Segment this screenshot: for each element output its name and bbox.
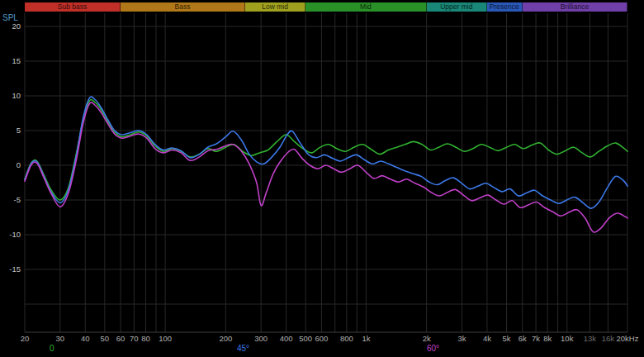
y-tick-label: -15 — [0, 264, 21, 274]
x-tick-label: 6k — [519, 334, 527, 343]
y-tick-label: 0 — [0, 160, 21, 169]
y-tick-label: 10 — [0, 91, 21, 100]
band-brilliance: Brilliance — [523, 2, 627, 12]
x-tick-label: 30 — [56, 334, 65, 343]
x-tick-label: 200 — [219, 334, 232, 343]
band-bass: Bass — [121, 2, 245, 12]
x-tick-label: 3k — [457, 334, 466, 343]
band-label: Bass — [175, 2, 191, 12]
spl-frequency-response-chart: Sub bassBassLow midMidUpper midPresenceB… — [0, 0, 644, 357]
y-tick-label: 15 — [0, 56, 21, 65]
x-tick-label: 1k — [362, 334, 370, 343]
x-tick-label: 50 — [101, 334, 110, 343]
x-tick-label: 16k — [602, 334, 614, 343]
legend-item-60deg: 60° — [427, 344, 439, 353]
y-tick-label: 5 — [0, 126, 21, 135]
band-sub-bass: Sub bass — [25, 2, 121, 12]
x-tick-label: 20 — [21, 334, 30, 343]
x-tick-label: 600 — [315, 334, 328, 343]
x-tick-label: 300 — [254, 334, 268, 343]
band-label: Presence — [490, 2, 519, 12]
band-low-mid: Low mid — [245, 2, 305, 12]
band-label: Low mid — [262, 2, 288, 12]
band-mid: Mid — [305, 2, 427, 12]
y-tick-label: -10 — [0, 230, 21, 239]
band-label: Sub bass — [58, 2, 87, 12]
x-tick-label: 70 — [130, 334, 139, 343]
plot-svg — [0, 0, 644, 357]
series-curve-0 — [25, 100, 627, 200]
x-tick-label: 100 — [159, 334, 172, 343]
x-tick-label: 4k — [483, 334, 491, 343]
x-tick-label: 10k — [561, 334, 573, 343]
legend-item-45deg: 45° — [237, 344, 249, 353]
band-label: Brilliance — [561, 2, 590, 12]
band-presence: Presence — [487, 2, 523, 12]
band-label: Upper mid — [440, 2, 472, 12]
x-tick-label: 20kHz — [617, 334, 639, 343]
x-tick-label: 80 — [141, 334, 150, 343]
band-label: Mid — [360, 2, 372, 12]
x-tick-label: 13k — [584, 334, 596, 343]
x-tick-label: 500 — [299, 334, 312, 343]
x-tick-label: 800 — [340, 334, 353, 343]
legend-item-0deg: 0 — [50, 344, 54, 353]
x-tick-label: 400 — [280, 334, 293, 343]
y-tick-label: -5 — [0, 195, 21, 204]
x-tick-label: 7k — [532, 334, 540, 343]
x-tick-label: 40 — [81, 334, 90, 343]
frequency-band-bar: Sub bassBassLow midMidUpper midPresenceB… — [0, 2, 644, 12]
x-tick-label: 2k — [423, 334, 431, 343]
band-upper-mid: Upper mid — [427, 2, 487, 12]
x-tick-label: 5k — [502, 334, 510, 343]
y-tick-label: 20 — [0, 21, 21, 31]
series-curve-60 — [25, 102, 627, 232]
x-tick-label: 8k — [543, 334, 552, 343]
x-tick-label: 60 — [116, 334, 125, 343]
series-curve-45 — [25, 97, 627, 208]
